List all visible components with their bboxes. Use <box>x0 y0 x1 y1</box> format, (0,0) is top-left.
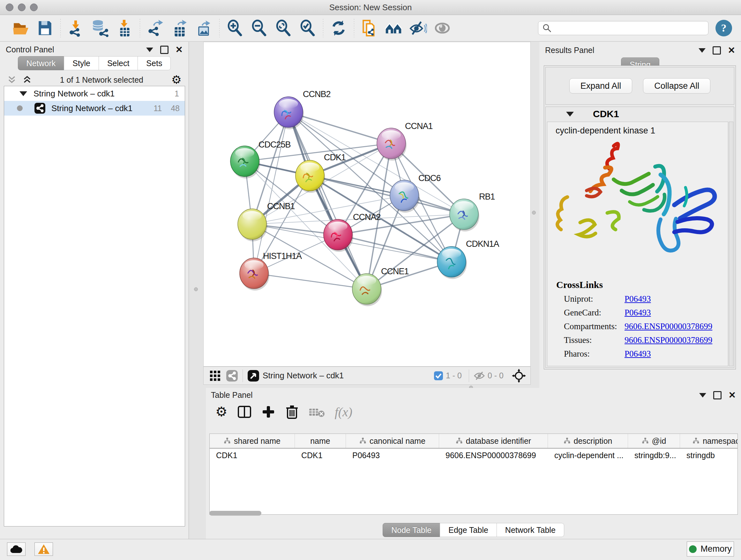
crosslink-link[interactable]: 9606.ENSP00000378699 <box>624 335 728 345</box>
grid-view-icon[interactable] <box>209 370 221 381</box>
node-RB1[interactable]: RB1 <box>450 192 495 232</box>
edge-CCNB2-CCNE1[interactable] <box>288 112 367 289</box>
column-header-database-identifier[interactable]: database identifier <box>439 434 548 448</box>
node-label-CDC6: CDC6 <box>418 173 441 183</box>
right-splitter-handle[interactable] <box>532 211 536 214</box>
network-canvas[interactable]: CCNB2CCNA1CDC25BCDK1CDC6RB1CCNB1CCNA2CDK… <box>203 42 531 367</box>
export-network-button[interactable] <box>146 18 165 38</box>
table-options-gear-icon[interactable]: ⚙ <box>215 406 227 418</box>
column-header--id[interactable]: @id <box>628 434 680 448</box>
show-all-button[interactable] <box>433 18 452 38</box>
left-splitter-handle[interactable] <box>194 287 198 291</box>
expand-all-button[interactable]: Expand All <box>569 78 632 94</box>
hidden-eye-icon[interactable] <box>474 371 485 381</box>
network-graph[interactable]: CCNB2CCNA1CDC25BCDK1CDC6RB1CCNB1CCNA2CDK… <box>204 42 530 366</box>
import-table-file-button[interactable] <box>115 18 134 38</box>
results-scrollbar[interactable] <box>729 122 733 366</box>
save-session-button[interactable] <box>36 18 54 38</box>
zoom-selected-button[interactable] <box>298 18 317 38</box>
table-cell[interactable]: stringdb <box>680 449 738 462</box>
hide-selected-button[interactable] <box>409 18 427 38</box>
node-CCNE1[interactable]: CCNE1 <box>352 266 409 306</box>
edge-CCNB2-CCNA1[interactable] <box>288 112 391 143</box>
selected-nodes-checkbox-icon[interactable] <box>434 371 443 381</box>
panel-collapse-icon[interactable] <box>699 393 706 397</box>
column-header-canonical-name[interactable]: canonical name <box>346 434 439 448</box>
column-header-name[interactable]: name <box>295 434 346 448</box>
node-CCNB2[interactable]: CCNB2 <box>274 89 331 129</box>
panel-close-icon[interactable]: ✕ <box>729 392 736 398</box>
panel-collapse-icon[interactable] <box>146 48 153 52</box>
cloud-button[interactable] <box>7 543 25 556</box>
crosslink-link[interactable]: P06493 <box>624 294 728 304</box>
column-header-namespace[interactable]: namespace <box>680 434 738 448</box>
clone-network-button[interactable] <box>360 18 379 38</box>
panel-float-icon[interactable] <box>713 46 721 55</box>
network-view-icon[interactable] <box>226 370 238 382</box>
tab-edge-table[interactable]: Edge Table <box>440 523 497 537</box>
table-cell[interactable]: cyclin-dependent ... <box>548 449 628 462</box>
table-cell[interactable]: stringdb:9... <box>628 449 680 462</box>
node-CDKN1A[interactable]: CDKN1A <box>437 239 499 279</box>
memory-button[interactable]: Memory <box>687 542 734 557</box>
crosslink-link[interactable]: P06493 <box>624 349 728 359</box>
expand-all-icon[interactable] <box>22 75 32 84</box>
network-options-gear-icon[interactable]: ⚙ <box>172 74 182 85</box>
node-HIST1H1A[interactable]: HIST1H1A <box>240 251 302 291</box>
tab-node-table[interactable]: Node Table <box>383 523 440 537</box>
column-header-shared-name[interactable]: shared name <box>210 434 295 448</box>
tab-network[interactable]: Network <box>18 56 64 70</box>
panel-float-icon[interactable] <box>713 391 722 399</box>
panel-close-icon[interactable]: ✕ <box>176 47 183 53</box>
import-network-database-button[interactable] <box>91 18 110 38</box>
status-bar: Memory <box>0 539 741 560</box>
zoom-out-button[interactable] <box>250 18 268 38</box>
edge-CCNA2-CDKN1A[interactable] <box>338 235 452 262</box>
refresh-button[interactable] <box>329 18 348 38</box>
collection-expander-icon[interactable] <box>19 91 27 96</box>
search-input[interactable] <box>552 23 704 33</box>
tab-network-table[interactable]: Network Table <box>496 523 564 537</box>
node-CCNA1[interactable]: CCNA1 <box>377 121 433 161</box>
help-button[interactable]: ? <box>716 20 732 37</box>
node-CDK1[interactable]: CDK1 <box>295 152 346 193</box>
panel-collapse-icon[interactable] <box>698 48 705 53</box>
node-table[interactable]: shared namenamecanonical namedatabase id… <box>209 434 738 515</box>
crosslink-link[interactable]: 9606.ENSP00000378699 <box>624 321 728 331</box>
collapse-all-icon[interactable] <box>7 75 17 84</box>
network-collection-row[interactable]: String Network – cdk1 1 <box>4 86 185 101</box>
column-header-description[interactable]: description <box>548 434 628 448</box>
tab-sets[interactable]: Sets <box>138 56 171 70</box>
node-CCNB1[interactable]: CCNB1 <box>238 201 295 241</box>
collapse-all-button[interactable]: Collapse All <box>643 78 711 94</box>
gene-expander-icon[interactable] <box>566 112 574 117</box>
birds-eye-view-icon[interactable] <box>512 369 526 383</box>
zoom-in-button[interactable] <box>226 18 244 38</box>
export-image-button[interactable] <box>195 18 213 38</box>
detach-view-icon[interactable] <box>247 370 259 382</box>
open-file-button[interactable] <box>11 18 30 38</box>
table-row[interactable]: CDK1CDK1P064939606.ENSP00000378699cyclin… <box>210 449 738 462</box>
network-row-selected[interactable]: String Network – cdk1 11 48 <box>4 101 185 116</box>
import-network-file-button[interactable] <box>67 18 85 38</box>
warnings-button[interactable] <box>35 543 53 556</box>
table-cell[interactable]: CDK1 <box>210 449 295 462</box>
tab-select[interactable]: Select <box>98 56 138 70</box>
table-cell[interactable]: 9606.ENSP00000378699 <box>439 449 548 462</box>
edge-CCNB2-HIST1H1A[interactable] <box>254 112 288 273</box>
add-column-icon[interactable] <box>261 405 275 419</box>
tab-style[interactable]: Style <box>64 56 99 70</box>
show-graphics-details-button[interactable] <box>385 18 403 38</box>
table-cell[interactable]: CDK1 <box>295 449 346 462</box>
zoom-fit-button[interactable] <box>274 18 293 38</box>
table-cell[interactable]: P06493 <box>346 449 439 462</box>
export-table-button[interactable] <box>171 18 189 38</box>
edge-HIST1H1A-CCNE1[interactable] <box>254 273 367 289</box>
show-columns-icon[interactable] <box>237 405 252 419</box>
crosslink-link[interactable]: P06493 <box>624 308 728 318</box>
delete-column-icon[interactable] <box>285 404 299 420</box>
panel-float-icon[interactable] <box>160 46 169 54</box>
table-horizontal-scrollbar[interactable] <box>209 511 261 516</box>
panel-close-icon[interactable]: ✕ <box>728 47 735 54</box>
edge-CDK1-RB1[interactable] <box>310 176 464 214</box>
